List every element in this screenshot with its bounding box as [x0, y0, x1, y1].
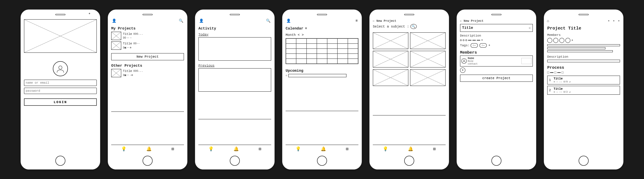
cal-cell[interactable] [338, 44, 348, 48]
search-icon-2[interactable]: 🔍 [179, 18, 183, 23]
cal-cell[interactable] [338, 48, 348, 54]
cal-cell[interactable] [296, 59, 306, 64]
cal-cell[interactable] [306, 38, 317, 44]
upcoming-dot: ○ [286, 74, 287, 77]
next-month-button[interactable]: > [302, 33, 304, 37]
cal-cell[interactable] [306, 44, 317, 48]
filter-icon-4[interactable]: ≡ [356, 19, 358, 23]
add-desc-icon[interactable]: + [481, 38, 483, 42]
bell-nav-icon-3[interactable]: 🔔 [234, 146, 239, 152]
login-button[interactable]: LOGIN [24, 98, 97, 106]
phone-top-4 [282, 10, 362, 18]
add-member-detail-button[interactable]: + [572, 39, 573, 42]
other-projects-title: Other Projects [111, 64, 184, 68]
bell-nav-icon-2[interactable]: 🔔 [146, 146, 152, 152]
new-project-button[interactable]: New Project [111, 53, 184, 60]
phone-bottom-1 [21, 154, 100, 170]
bottom-divider-5 [373, 115, 446, 116]
search-subject-icon[interactable]: 🔍 [410, 24, 417, 29]
add-tag-icon[interactable]: + [488, 44, 490, 47]
cal-cell[interactable] [296, 44, 306, 48]
checkbox-2[interactable]: □ [554, 71, 556, 74]
other-project-title-1: Title [123, 70, 132, 73]
member-line-2 [547, 47, 606, 49]
cal-cell[interactable] [338, 59, 348, 64]
cal-cell[interactable] [296, 54, 306, 59]
lamp-nav-icon-4[interactable]: 💡 [296, 146, 301, 152]
prev-month-button[interactable]: < [298, 33, 300, 37]
home-button-2[interactable] [142, 156, 152, 166]
cal-cell[interactable] [306, 59, 317, 64]
back-button-5[interactable]: ← New Project [373, 19, 396, 23]
back-button-6[interactable]: ← New Project [460, 19, 484, 23]
password-input[interactable] [24, 88, 97, 94]
star-icon[interactable]: ☆ [528, 26, 531, 30]
subject-item-3[interactable] [373, 51, 408, 68]
grid-nav-icon-3[interactable]: ⊞ [258, 146, 261, 152]
cal-cell[interactable] [317, 38, 327, 44]
cal-cell[interactable] [348, 54, 358, 59]
cal-cell[interactable] [327, 44, 338, 48]
cal-cell[interactable] [306, 48, 317, 54]
cal-cell[interactable] [286, 54, 296, 59]
checkbox-3[interactable]: □ [562, 71, 564, 74]
subject-item-1[interactable] [373, 32, 408, 49]
home-button-5[interactable] [404, 156, 414, 166]
cal-cell[interactable] [286, 38, 296, 44]
bottom-nav-2: 💡 🔔 ⊞ [111, 145, 184, 152]
cal-cell[interactable] [327, 59, 338, 64]
cal-cell[interactable] [338, 54, 348, 59]
cal-cell[interactable] [317, 44, 327, 48]
more-icon-7[interactable]: • • • [608, 19, 620, 23]
grid-nav-icon-2[interactable]: ⊞ [172, 146, 174, 152]
name-email-input[interactable] [24, 80, 97, 86]
other-project-actions-1: D▣ — →⊕ [123, 74, 184, 77]
cal-cell[interactable] [327, 48, 338, 54]
cal-cell[interactable] [317, 59, 327, 64]
cal-cell[interactable] [296, 38, 306, 44]
tag-1[interactable]: ○— [470, 43, 478, 48]
grid-nav-icon-5[interactable]: ⊞ [433, 146, 436, 152]
cal-cell[interactable] [306, 54, 317, 59]
tag-2[interactable]: ○— [480, 43, 487, 48]
cal-cell[interactable] [348, 38, 358, 44]
subject-item-4[interactable] [410, 51, 446, 68]
create-project-button[interactable]: create Project [460, 74, 533, 82]
cal-cell[interactable] [348, 59, 358, 64]
search-icon-3[interactable]: 🔍 [266, 18, 270, 23]
add-member-button[interactable]: + [460, 68, 466, 73]
lamp-nav-icon-3[interactable]: 💡 [208, 146, 214, 152]
cal-cell[interactable] [286, 59, 296, 64]
subject-item-2[interactable] [410, 32, 446, 49]
phone-select-subject: ← New Project Select a subject : 🔍 [369, 9, 450, 170]
bell-nav-icon-5[interactable]: 🔔 [408, 146, 413, 152]
cal-cell[interactable] [348, 48, 358, 54]
cal-cell[interactable] [338, 38, 348, 44]
cal-cell[interactable] [286, 44, 296, 48]
home-button-6[interactable] [492, 156, 502, 166]
subject-item-6[interactable] [410, 69, 446, 86]
bell-nav-icon-4[interactable]: 🔔 [321, 146, 326, 152]
my-projects-title: My Projects [111, 26, 184, 31]
lamp-nav-icon-5[interactable]: 💡 [383, 146, 388, 152]
cal-cell[interactable] [296, 48, 306, 54]
title-field-label: Title [462, 26, 527, 30]
cal-cell[interactable] [317, 54, 327, 59]
cal-cell[interactable] [327, 38, 338, 44]
cal-cell[interactable] [327, 54, 338, 59]
home-button-3[interactable] [230, 156, 240, 166]
cal-cell[interactable] [348, 44, 358, 48]
checkbox-1[interactable]: □ [547, 71, 549, 74]
subject-item-5[interactable] [373, 69, 408, 86]
cal-cell[interactable] [286, 48, 296, 54]
home-button-7[interactable] [578, 156, 589, 166]
phone-top-2 [108, 10, 187, 18]
home-icon-7[interactable]: ⌂ [547, 19, 549, 23]
grid-nav-icon-4[interactable]: ⊞ [346, 146, 348, 152]
lamp-nav-icon-2[interactable]: 💡 [121, 146, 126, 152]
home-button-1[interactable] [55, 156, 66, 166]
cal-cell[interactable] [317, 48, 327, 54]
desc-dash-2 [472, 40, 476, 40]
home-button-4[interactable] [317, 156, 327, 166]
process-title-1: Title [554, 77, 618, 80]
